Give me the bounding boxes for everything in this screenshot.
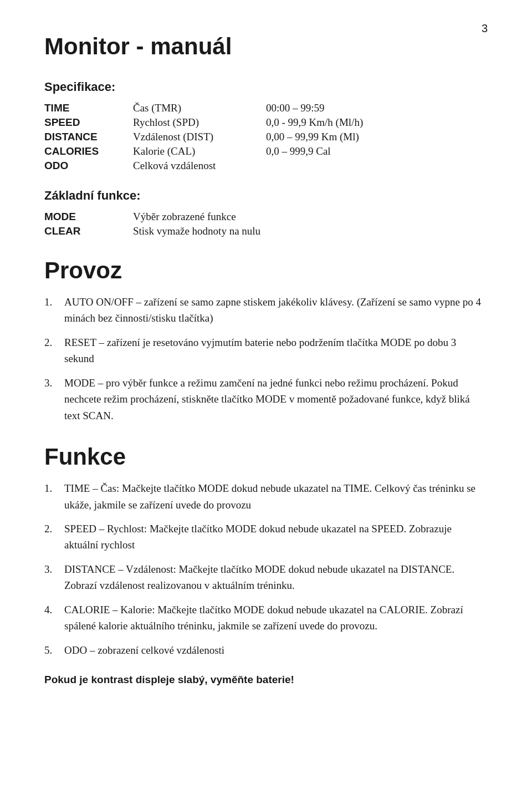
basic-func-row: CLEAR Stisk vymaže hodnoty na nulu <box>44 225 488 237</box>
basic-func-row: MODE Výběr zobrazené funkce <box>44 211 488 223</box>
list-number: 3. <box>44 375 64 391</box>
basic-funcs-table: MODE Výběr zobrazené funkce CLEAR Stisk … <box>44 211 488 237</box>
spec-desc: Rychlost (SPD) <box>133 116 266 129</box>
list-content: DISTANCE – Vzdálenost: Mačkejte tlačítko… <box>64 561 488 594</box>
list-item: 1. AUTO ON/OFF – zařízení se samo zapne … <box>44 294 488 327</box>
spec-key: TIME <box>44 102 133 114</box>
spec-desc: Vzdálenost (DIST) <box>133 131 266 143</box>
list-number: 2. <box>44 521 64 537</box>
specs-table: TIME Čas (TMR) 00:00 – 99:59 SPEED Rychl… <box>44 102 488 172</box>
list-content: TIME – Čas: Mačkejte tlačítko MODE dokud… <box>64 480 488 513</box>
spec-value: 0,0 – 999,9 Cal <box>266 145 488 157</box>
page-number: 3 <box>482 22 488 35</box>
footer-text: Pokud je kontrast displeje slabý, vyměňt… <box>44 674 488 686</box>
list-item: 3. MODE – pro výběr funkce a režimu zamč… <box>44 375 488 424</box>
spec-key: SPEED <box>44 116 133 129</box>
spec-value: 0,00 – 99,99 Km (Ml) <box>266 131 488 143</box>
spec-key: DISTANCE <box>44 131 133 143</box>
basic-func-key: CLEAR <box>44 225 133 237</box>
list-number: 1. <box>44 294 64 310</box>
specs-heading: Specifikace: <box>44 80 488 94</box>
list-number: 2. <box>44 334 64 350</box>
list-content: MODE – pro výběr funkce a režimu zamčení… <box>64 375 488 424</box>
spec-row: SPEED Rychlost (SPD) 0,0 - 99,9 Km/h (Ml… <box>44 116 488 129</box>
list-content: AUTO ON/OFF – zařízení se samo zapne sti… <box>64 294 488 327</box>
spec-row: CALORIES Kalorie (CAL) 0,0 – 999,9 Cal <box>44 145 488 157</box>
provoz-list: 1. AUTO ON/OFF – zařízení se samo zapne … <box>44 294 488 424</box>
list-content: RESET – zařízení je resetováno vyjmutím … <box>64 334 488 367</box>
list-number: 1. <box>44 480 64 496</box>
list-content: CALORIE – Kalorie: Mačkejte tlačítko MOD… <box>64 602 488 634</box>
page-title: Monitor - manuál <box>44 33 488 60</box>
list-number: 5. <box>44 642 64 658</box>
basic-heading: Základní funkce: <box>44 189 488 203</box>
provoz-title: Provoz <box>44 257 488 284</box>
spec-row: ODO Celková vzdálenost <box>44 160 488 172</box>
spec-key: ODO <box>44 160 133 172</box>
list-content: SPEED – Rychlost: Mačkejte tlačítko MODE… <box>64 521 488 553</box>
list-content: ODO – zobrazení celkové vzdálenosti <box>64 642 488 658</box>
spec-row: TIME Čas (TMR) 00:00 – 99:59 <box>44 102 488 114</box>
spec-key: CALORIES <box>44 145 133 157</box>
list-item: 4. CALORIE – Kalorie: Mačkejte tlačítko … <box>44 602 488 634</box>
basic-func-desc: Stisk vymaže hodnoty na nulu <box>133 225 488 237</box>
spec-desc: Čas (TMR) <box>133 102 266 114</box>
list-number: 3. <box>44 561 64 577</box>
funkce-title: Funkce <box>44 444 488 470</box>
spec-value: 00:00 – 99:59 <box>266 102 488 114</box>
funkce-list: 1. TIME – Čas: Mačkejte tlačítko MODE do… <box>44 480 488 658</box>
list-item: 5. ODO – zobrazení celkové vzdálenosti <box>44 642 488 658</box>
list-number: 4. <box>44 602 64 618</box>
spec-row: DISTANCE Vzdálenost (DIST) 0,00 – 99,99 … <box>44 131 488 143</box>
basic-func-key: MODE <box>44 211 133 223</box>
spec-value: 0,0 - 99,9 Km/h (Ml/h) <box>266 116 488 129</box>
list-item: 2. RESET – zařízení je resetováno vyjmut… <box>44 334 488 367</box>
list-item: 3. DISTANCE – Vzdálenost: Mačkejte tlačí… <box>44 561 488 594</box>
spec-desc: Celková vzdálenost <box>133 160 266 172</box>
list-item: 2. SPEED – Rychlost: Mačkejte tlačítko M… <box>44 521 488 553</box>
list-item: 1. TIME – Čas: Mačkejte tlačítko MODE do… <box>44 480 488 513</box>
spec-desc: Kalorie (CAL) <box>133 145 266 157</box>
basic-func-desc: Výběr zobrazené funkce <box>133 211 488 223</box>
